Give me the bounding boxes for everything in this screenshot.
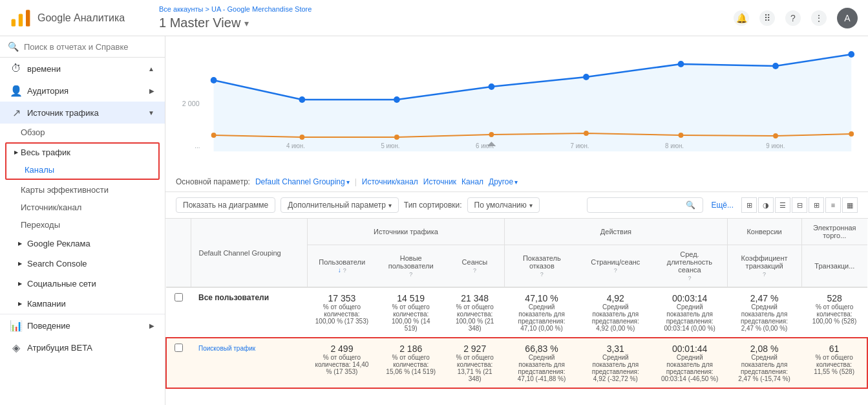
attribution-icon: ◈ [10, 342, 22, 353]
col-header-pages: Страниц/сеанс ? [578, 245, 652, 288]
expand-icon: ▶ [18, 301, 22, 307]
person-icon: 👤 [10, 85, 22, 96]
sort-icon[interactable]: ↓ [338, 267, 341, 274]
select-all-header [166, 219, 191, 287]
svg-text:7 июн.: 7 июн. [571, 142, 589, 149]
compare-view-button[interactable]: ⊟ [792, 197, 807, 213]
source-link[interactable]: Источник [423, 177, 456, 186]
sidebar-item-campaigns[interactable]: ▶ Кампании [0, 294, 165, 314]
sidebar-item-social[interactable]: ▶ Социальные сети [0, 274, 165, 294]
sidebar-item-google-ads[interactable]: ▶ Google Реклама [0, 234, 165, 254]
expand-icon: ▶ [18, 241, 22, 246]
param-bar: Основной параметр: Default Channel Group… [165, 172, 868, 192]
row-checkbox[interactable] [175, 344, 183, 352]
grid-icon[interactable]: ⠿ [759, 10, 775, 26]
svg-rect-1 [19, 14, 23, 26]
table-search-input[interactable] [593, 201, 683, 210]
time-icon: ⏱ [10, 63, 22, 74]
additional-param-button[interactable]: Дополнительный параметр ▾ [281, 197, 399, 213]
search-field[interactable]: 🔍 [587, 197, 703, 213]
total-label: Все пользователи [191, 287, 307, 338]
bar-view-button[interactable]: ▦ [842, 197, 858, 213]
avatar[interactable]: A [837, 8, 858, 28]
google-analytics-logo [10, 8, 31, 28]
bell-icon[interactable]: 🔔 [734, 10, 749, 26]
other-link[interactable]: Другое ▾ [489, 177, 518, 186]
svg-point-5 [211, 77, 217, 83]
checkbox-cell[interactable] [166, 287, 191, 338]
pie-view-button[interactable]: ◑ [758, 197, 774, 213]
chevron-down-icon: ▾ [529, 202, 533, 209]
chevron-down-icon[interactable]: ▾ [244, 18, 249, 28]
row-checkbox[interactable] [175, 293, 183, 301]
source-channel-link[interactable]: Источник/канал [362, 177, 418, 186]
show-diagram-button[interactable]: Показать на диаграмме [176, 197, 275, 213]
toolbar: Показать на диаграмме Дополнительный пар… [165, 192, 868, 219]
chevron-right-icon: ▶ [149, 322, 154, 329]
total-duration: 00:03:14 Средний показатель для представ… [652, 287, 727, 338]
svg-point-15 [394, 135, 399, 140]
app-title: Google Аналитика [37, 12, 125, 24]
svg-point-18 [679, 133, 684, 138]
chevron-right-icon: ▶ [149, 87, 154, 94]
row-label[interactable]: Поисковый трафик [191, 338, 307, 388]
sort-label: Тип сортировки: [404, 201, 462, 210]
behavior-icon: 📊 [10, 320, 22, 331]
param-label: Основной параметр: [176, 177, 250, 186]
search-input[interactable] [24, 42, 157, 52]
col-header-users: Пользователи ↓ ? [307, 245, 377, 288]
sidebar-item-attribution[interactable]: ◈ Атрибуция BETA [0, 336, 165, 358]
highlighted-section: ▶ Весь трафик Каналы [5, 142, 160, 180]
list-view-button[interactable]: ≡ [825, 197, 841, 213]
help-icon: ? [614, 267, 617, 274]
search-bar[interactable]: 🔍 [0, 36, 165, 58]
breadcrumb[interactable]: Все аккаунты > UA - Google Merchandise S… [159, 5, 734, 13]
more-icon[interactable]: ⋮ [811, 10, 827, 26]
row-bounce: 66,83 % Средний показатель для представл… [505, 338, 578, 388]
default-channel-grouping-link[interactable]: Default Channel Grouping ▾ [255, 177, 350, 186]
sidebar-item-label: Аудитория [27, 86, 69, 96]
sidebar-subitem-efficiency-maps[interactable]: Карты эффективности [0, 181, 165, 199]
group-header-actions: Действия [505, 219, 727, 245]
grid-view-button[interactable]: ⊞ [741, 197, 757, 213]
svg-rect-0 [12, 19, 16, 26]
sidebar-subitem-all-traffic[interactable]: ▶ Весь трафик [6, 144, 158, 161]
table-view-button[interactable]: ☰ [775, 197, 790, 213]
sidebar-item-label: Карты эффективности [21, 185, 109, 195]
sidebar-item-label: Источник трафика [27, 108, 99, 118]
header-main: Все аккаунты > UA - Google Merchandise S… [159, 5, 734, 30]
sidebar-item-traffic-source[interactable]: ↗ Источник трафика ▼ [0, 102, 165, 124]
sidebar-subitem-referrals[interactable]: Переходы [0, 216, 165, 234]
sidebar-item-audience[interactable]: 👤 Аудитория ▶ [0, 80, 165, 102]
sidebar-item-search-console[interactable]: ▶ Search Console [0, 254, 165, 274]
svg-point-16 [489, 132, 494, 137]
sidebar-item-label: Социальные сети [27, 279, 96, 289]
help-icon[interactable]: ? [785, 10, 801, 26]
sidebar-item-behavior[interactable]: 📊 Поведение ▶ [0, 314, 165, 336]
chevron-down-icon: ▾ [388, 202, 392, 209]
sort-default-button[interactable]: По умолчанию ▾ [467, 197, 540, 213]
toolbar-right: 🔍 Ещё... ⊞ ◑ ☰ ⊟ ⊞ ≡ ▦ [587, 197, 858, 213]
chart-area: 2 000 [165, 36, 868, 172]
more-button[interactable]: Ещё... [707, 201, 737, 210]
row-users: 2 499 % от общего количества: 14,40 % (1… [307, 338, 377, 388]
view-selector[interactable]: 1 Master View ▾ [159, 16, 734, 30]
expand-icon: ▶ [18, 261, 22, 267]
help-icon: ? [343, 267, 346, 274]
svg-point-14 [299, 135, 304, 140]
sidebar-item-label: Атрибуция BETA [27, 343, 92, 353]
group-header-ecommerce: Электронная торго... [801, 219, 867, 245]
channel-link[interactable]: Канал [461, 177, 483, 186]
sidebar-subitem-source-channel[interactable]: Источник/канал [0, 199, 165, 216]
svg-text:5 июн.: 5 июн. [381, 142, 399, 149]
total-pages: 4,92 Средний показатель для представлени… [578, 287, 652, 338]
help-icon: ? [688, 275, 691, 281]
svg-point-10 [678, 61, 684, 67]
checkbox-cell[interactable] [166, 338, 191, 388]
triangle-icon: ▶ [14, 149, 18, 155]
sidebar-subitem-channels[interactable]: Каналы [6, 161, 158, 179]
sidebar-item-time[interactable]: ⏱ времени ▲ [0, 58, 165, 80]
pivot-view-button[interactable]: ⊞ [809, 197, 824, 213]
sidebar-subitem-overview[interactable]: Обзор [0, 124, 165, 141]
sidebar-item-label: Весь трафик [21, 148, 70, 157]
